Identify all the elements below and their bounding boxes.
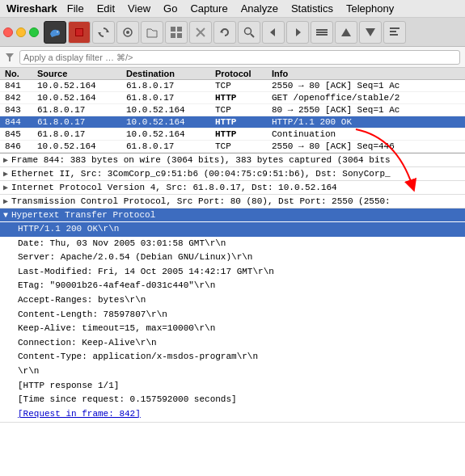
capture-options-btn[interactable]: [116, 21, 139, 44]
packet-cell-0: 846: [3, 141, 36, 151]
packet-cell-2: 10.0.52.164: [125, 129, 213, 139]
packet-cell-4: Continuation: [270, 129, 462, 139]
packet-cell-1: 10.0.52.164: [36, 93, 125, 103]
packet-row[interactable]: 84110.0.52.16461.8.0.17TCP2550 → 80 [ACK…: [0, 80, 465, 92]
maximize-window-btn[interactable]: [29, 27, 39, 37]
detail-header-http[interactable]: ▼Hypertext Transfer Protocol: [0, 209, 465, 221]
detail-label-frame: Frame 844: 383 bytes on wire (3064 bits)…: [11, 155, 391, 165]
packet-cell-0: 845: [3, 129, 36, 139]
filter-label: [5, 52, 16, 62]
detail-section-ip: ▶Internet Protocol Version 4, Src: 61.8.…: [0, 181, 465, 195]
detail-header-ethernet[interactable]: ▶Ethernet II, Src: 3ComCorp_c9:51:b6 (00…: [0, 167, 465, 180]
packet-cell-4: GET /openoffice/stable/2: [270, 93, 462, 103]
menu-statistics[interactable]: Statistics: [285, 2, 340, 15]
packet-cell-1: 61.8.0.17: [36, 105, 125, 115]
forward-btn[interactable]: [286, 21, 309, 44]
packet-cell-3: HTTP: [213, 117, 270, 127]
packet-cell-1: 10.0.52.164: [36, 81, 125, 91]
detail-item-4-11: [HTTP response 1/1]: [18, 379, 462, 394]
detail-section-http: ▼Hypertext Transfer ProtocolHTTP/1.1 200…: [0, 209, 465, 423]
search-btn[interactable]: [238, 21, 260, 44]
menu-edit[interactable]: Edit: [91, 2, 121, 15]
detail-sections-container: ▶Frame 844: 383 bytes on wire (3064 bits…: [0, 154, 465, 423]
svg-point-0: [57, 31, 58, 32]
detail-item-4-10: \r\n: [18, 364, 462, 379]
detail-item-4-7: Keep-Alive: timeout=15, max=10000\r\n: [18, 322, 462, 336]
svg-marker-19: [341, 28, 351, 36]
toolbar: [0, 18, 465, 47]
expand-arrow-tcp: ▶: [3, 196, 8, 206]
menu-go[interactable]: Go: [157, 2, 184, 15]
detail-section-tcp: ▶Transmission Control Protocol, Src Port…: [0, 195, 465, 209]
packet-cell-2: 61.8.0.17: [125, 141, 213, 151]
packet-cell-1: 61.8.0.17: [36, 117, 125, 127]
expand-arrow-http: ▼: [3, 211, 8, 220]
up-btn[interactable]: [335, 21, 357, 44]
filter-input[interactable]: [19, 50, 460, 65]
menu-file[interactable]: File: [61, 2, 91, 15]
shark-icon-btn[interactable]: [44, 21, 66, 44]
packet-cell-4: 80 → 2550 [ACK] Seq=1 Ac: [270, 105, 462, 115]
packet-row[interactable]: 84461.8.0.1710.0.52.164HTTPHTTP/1.1 200 …: [0, 116, 465, 128]
close-window-btn[interactable]: [3, 27, 13, 37]
svg-rect-5: [171, 27, 175, 32]
packet-cell-3: HTTP: [213, 93, 270, 103]
stop-capture-btn[interactable]: [68, 21, 91, 44]
detail-link-4-13[interactable]: [Request in frame: 842]: [18, 409, 141, 419]
packet-cell-3: TCP: [213, 105, 270, 115]
minimize-window-btn[interactable]: [16, 27, 26, 37]
menu-view[interactable]: View: [121, 2, 157, 15]
open-file-btn[interactable]: [141, 21, 163, 44]
svg-rect-6: [177, 27, 182, 32]
packet-cell-1: 10.0.52.164: [36, 141, 125, 151]
detail-label-http: Hypertext Transfer Protocol: [11, 210, 155, 220]
packet-list: No. Source Destination Protocol Info 841…: [0, 68, 465, 154]
svg-point-4: [126, 31, 129, 34]
reload-btn[interactable]: [92, 21, 115, 44]
expand-btn[interactable]: [311, 21, 333, 44]
svg-rect-18: [316, 34, 328, 36]
close-file-btn[interactable]: [189, 21, 212, 44]
detail-label-ip: Internet Protocol Version 4, Src: 61.8.0…: [11, 183, 337, 192]
packet-cell-3: TCP: [213, 81, 270, 91]
menu-capture[interactable]: Capture: [184, 2, 234, 15]
packet-row[interactable]: 84610.0.52.16461.8.0.17TCP2550 → 80 [ACK…: [0, 141, 465, 153]
detail-label-ethernet: Ethernet II, Src: 3ComCorp_c9:51:b6 (00:…: [11, 169, 391, 179]
detail-item-4-2: Server: Apache/2.0.54 (Debian GNU/Linux)…: [18, 251, 462, 265]
svg-rect-23: [390, 34, 398, 36]
menu-analyze[interactable]: Analyze: [235, 2, 285, 15]
menu-telephony[interactable]: Telephony: [340, 2, 400, 15]
detail-header-tcp[interactable]: ▶Transmission Control Protocol, Src Port…: [0, 195, 465, 208]
back-btn[interactable]: [262, 21, 285, 44]
svg-rect-21: [390, 27, 399, 29]
packet-row[interactable]: 84210.0.52.16461.8.0.17HTTPGET /openoffi…: [0, 92, 465, 104]
packet-cell-2: 61.8.0.17: [125, 93, 213, 103]
detail-item-4-4: ETag: "90001b26-4af4eaf-d031c440"\r\n: [18, 279, 462, 293]
refresh-btn[interactable]: [213, 21, 236, 44]
packet-list-header: No. Source Destination Protocol Info: [0, 68, 465, 80]
packet-cell-0: 843: [3, 105, 36, 115]
menubar: Wireshark File Edit View Go Capture Anal…: [0, 0, 465, 18]
packet-cell-2: 61.8.0.17: [125, 81, 213, 91]
svg-rect-7: [171, 33, 175, 38]
packet-row[interactable]: 84561.8.0.1710.0.52.164HTTPContinuation: [0, 128, 465, 141]
packet-cell-1: 61.8.0.17: [36, 129, 125, 139]
header-source: Source: [36, 69, 125, 78]
detail-item-4-3: Last-Modified: Fri, 14 Oct 2005 14:42:17…: [18, 265, 462, 280]
grid-btn[interactable]: [165, 21, 188, 44]
packet-row[interactable]: 84361.8.0.1710.0.52.164TCP80 → 2550 [ACK…: [0, 104, 465, 116]
detail-item-4-13: [Request in frame: 842]: [18, 407, 462, 422]
packet-cell-0: 841: [3, 81, 36, 91]
detail-section-ethernet: ▶Ethernet II, Src: 3ComCorp_c9:51:b6 (00…: [0, 167, 465, 181]
detail-label-tcp: Transmission Control Protocol, Src Port:…: [11, 196, 391, 206]
packet-cell-3: HTTP: [213, 129, 270, 139]
header-protocol: Protocol: [213, 69, 270, 78]
detail-header-ip[interactable]: ▶Internet Protocol Version 4, Src: 61.8.…: [0, 181, 465, 194]
app-title: Wireshark: [6, 2, 57, 15]
packet-cell-4: HTTP/1.1 200 OK: [270, 117, 462, 127]
detail-header-frame[interactable]: ▶Frame 844: 383 bytes on wire (3064 bits…: [0, 154, 465, 166]
detail-item-4-8: Connection: Keep-Alive\r\n: [18, 336, 462, 351]
scroll-to-btn[interactable]: [383, 21, 406, 44]
expand-arrow-frame: ▶: [3, 155, 8, 165]
down-btn[interactable]: [359, 21, 382, 44]
